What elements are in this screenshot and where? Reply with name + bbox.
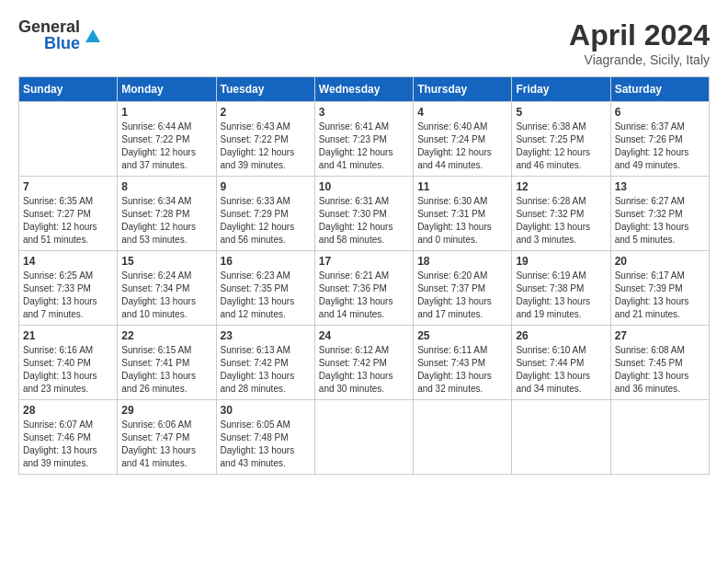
day-number: 16 bbox=[221, 255, 311, 268]
calendar-cell bbox=[314, 400, 413, 475]
day-info: Sunrise: 6:19 AM Sunset: 7:38 PM Dayligh… bbox=[516, 270, 606, 321]
calendar-cell: 7Sunrise: 6:35 AM Sunset: 7:27 PM Daylig… bbox=[19, 177, 118, 251]
day-number: 7 bbox=[23, 180, 113, 193]
day-info: Sunrise: 6:23 AM Sunset: 7:35 PM Dayligh… bbox=[221, 270, 311, 321]
col-header-sunday: Sunday bbox=[19, 77, 118, 102]
title-area: April 2024 Viagrande, Sicily, Italy bbox=[569, 18, 710, 67]
logo-general-text: General bbox=[18, 18, 80, 35]
day-number: 15 bbox=[121, 255, 211, 268]
day-number: 8 bbox=[121, 180, 211, 193]
logo-icon bbox=[84, 26, 102, 44]
day-info: Sunrise: 6:44 AM Sunset: 7:22 PM Dayligh… bbox=[121, 121, 211, 172]
day-info: Sunrise: 6:21 AM Sunset: 7:36 PM Dayligh… bbox=[319, 270, 409, 321]
day-number: 3 bbox=[319, 106, 409, 119]
day-number: 10 bbox=[319, 180, 409, 193]
calendar-cell: 23Sunrise: 6:13 AM Sunset: 7:42 PM Dayli… bbox=[216, 326, 314, 400]
day-number: 29 bbox=[121, 404, 211, 417]
day-number: 11 bbox=[417, 180, 507, 193]
calendar-cell: 9Sunrise: 6:33 AM Sunset: 7:29 PM Daylig… bbox=[216, 177, 314, 251]
calendar-cell bbox=[610, 400, 709, 475]
day-number: 19 bbox=[516, 255, 606, 268]
day-number: 6 bbox=[615, 106, 705, 119]
calendar-cell: 26Sunrise: 6:10 AM Sunset: 7:44 PM Dayli… bbox=[512, 326, 610, 400]
calendar-cell: 20Sunrise: 6:17 AM Sunset: 7:39 PM Dayli… bbox=[610, 251, 709, 326]
day-number: 21 bbox=[23, 329, 113, 342]
col-header-friday: Friday bbox=[512, 77, 610, 102]
day-info: Sunrise: 6:30 AM Sunset: 7:31 PM Dayligh… bbox=[417, 195, 507, 247]
calendar-cell: 24Sunrise: 6:12 AM Sunset: 7:42 PM Dayli… bbox=[314, 326, 413, 400]
col-header-thursday: Thursday bbox=[414, 77, 512, 102]
month-title: April 2024 bbox=[569, 18, 710, 52]
calendar-cell: 28Sunrise: 6:07 AM Sunset: 7:46 PM Dayli… bbox=[19, 400, 118, 475]
logo: General Blue bbox=[18, 18, 102, 52]
day-number: 12 bbox=[516, 180, 606, 193]
day-number: 30 bbox=[221, 404, 311, 417]
day-number: 25 bbox=[417, 329, 507, 342]
day-info: Sunrise: 6:10 AM Sunset: 7:44 PM Dayligh… bbox=[516, 344, 606, 396]
day-info: Sunrise: 6:31 AM Sunset: 7:30 PM Dayligh… bbox=[319, 195, 409, 247]
calendar-cell: 29Sunrise: 6:06 AM Sunset: 7:47 PM Dayli… bbox=[118, 400, 216, 475]
day-info: Sunrise: 6:06 AM Sunset: 7:47 PM Dayligh… bbox=[121, 419, 211, 470]
calendar-header-row: SundayMondayTuesdayWednesdayThursdayFrid… bbox=[19, 77, 710, 102]
day-info: Sunrise: 6:08 AM Sunset: 7:45 PM Dayligh… bbox=[615, 344, 705, 396]
calendar-cell: 18Sunrise: 6:20 AM Sunset: 7:37 PM Dayli… bbox=[414, 251, 512, 326]
day-number: 27 bbox=[615, 329, 705, 342]
calendar-cell: 12Sunrise: 6:28 AM Sunset: 7:32 PM Dayli… bbox=[512, 177, 610, 251]
calendar-cell bbox=[512, 400, 610, 475]
day-info: Sunrise: 6:20 AM Sunset: 7:37 PM Dayligh… bbox=[417, 270, 507, 321]
day-number: 20 bbox=[615, 255, 705, 268]
calendar-cell: 21Sunrise: 6:16 AM Sunset: 7:40 PM Dayli… bbox=[19, 326, 118, 400]
day-info: Sunrise: 6:17 AM Sunset: 7:39 PM Dayligh… bbox=[615, 270, 705, 321]
day-info: Sunrise: 6:15 AM Sunset: 7:41 PM Dayligh… bbox=[121, 344, 211, 396]
svg-marker-0 bbox=[85, 29, 100, 42]
calendar-cell: 25Sunrise: 6:11 AM Sunset: 7:43 PM Dayli… bbox=[414, 326, 512, 400]
day-info: Sunrise: 6:35 AM Sunset: 7:27 PM Dayligh… bbox=[23, 195, 113, 247]
calendar-cell: 22Sunrise: 6:15 AM Sunset: 7:41 PM Dayli… bbox=[118, 326, 216, 400]
day-number: 9 bbox=[221, 180, 311, 193]
day-number: 23 bbox=[221, 329, 311, 342]
day-number: 17 bbox=[319, 255, 409, 268]
day-info: Sunrise: 6:12 AM Sunset: 7:42 PM Dayligh… bbox=[319, 344, 409, 396]
calendar-cell: 19Sunrise: 6:19 AM Sunset: 7:38 PM Dayli… bbox=[512, 251, 610, 326]
col-header-saturday: Saturday bbox=[610, 77, 709, 102]
day-info: Sunrise: 6:34 AM Sunset: 7:28 PM Dayligh… bbox=[121, 195, 211, 247]
calendar-cell: 14Sunrise: 6:25 AM Sunset: 7:33 PM Dayli… bbox=[19, 251, 118, 326]
col-header-wednesday: Wednesday bbox=[314, 77, 413, 102]
day-info: Sunrise: 6:25 AM Sunset: 7:33 PM Dayligh… bbox=[23, 270, 113, 321]
day-info: Sunrise: 6:37 AM Sunset: 7:26 PM Dayligh… bbox=[615, 121, 705, 172]
calendar-cell: 16Sunrise: 6:23 AM Sunset: 7:35 PM Dayli… bbox=[216, 251, 314, 326]
day-info: Sunrise: 6:38 AM Sunset: 7:25 PM Dayligh… bbox=[516, 121, 606, 172]
day-number: 4 bbox=[417, 106, 507, 119]
day-info: Sunrise: 6:40 AM Sunset: 7:24 PM Dayligh… bbox=[417, 121, 507, 172]
day-number: 5 bbox=[516, 106, 606, 119]
calendar-cell: 17Sunrise: 6:21 AM Sunset: 7:36 PM Dayli… bbox=[314, 251, 413, 326]
calendar-cell: 13Sunrise: 6:27 AM Sunset: 7:32 PM Dayli… bbox=[610, 177, 709, 251]
calendar-week-row: 21Sunrise: 6:16 AM Sunset: 7:40 PM Dayli… bbox=[19, 326, 710, 400]
day-number: 28 bbox=[23, 404, 113, 417]
day-info: Sunrise: 6:13 AM Sunset: 7:42 PM Dayligh… bbox=[221, 344, 311, 396]
day-number: 13 bbox=[615, 180, 705, 193]
day-number: 26 bbox=[516, 329, 606, 342]
day-info: Sunrise: 6:16 AM Sunset: 7:40 PM Dayligh… bbox=[23, 344, 113, 396]
calendar-week-row: 1Sunrise: 6:44 AM Sunset: 7:22 PM Daylig… bbox=[19, 102, 710, 177]
day-info: Sunrise: 6:43 AM Sunset: 7:22 PM Dayligh… bbox=[221, 121, 311, 172]
calendar-cell: 1Sunrise: 6:44 AM Sunset: 7:22 PM Daylig… bbox=[118, 102, 216, 177]
calendar-cell: 3Sunrise: 6:41 AM Sunset: 7:23 PM Daylig… bbox=[314, 102, 413, 177]
day-info: Sunrise: 6:28 AM Sunset: 7:32 PM Dayligh… bbox=[516, 195, 606, 247]
calendar-cell: 8Sunrise: 6:34 AM Sunset: 7:28 PM Daylig… bbox=[118, 177, 216, 251]
day-number: 2 bbox=[221, 106, 311, 119]
calendar-cell bbox=[19, 102, 118, 177]
day-info: Sunrise: 6:11 AM Sunset: 7:43 PM Dayligh… bbox=[417, 344, 507, 396]
calendar-cell bbox=[414, 400, 512, 475]
col-header-tuesday: Tuesday bbox=[216, 77, 314, 102]
calendar-week-row: 28Sunrise: 6:07 AM Sunset: 7:46 PM Dayli… bbox=[19, 400, 710, 475]
calendar-cell: 27Sunrise: 6:08 AM Sunset: 7:45 PM Dayli… bbox=[610, 326, 709, 400]
calendar-cell: 15Sunrise: 6:24 AM Sunset: 7:34 PM Dayli… bbox=[118, 251, 216, 326]
calendar-cell: 5Sunrise: 6:38 AM Sunset: 7:25 PM Daylig… bbox=[512, 102, 610, 177]
page-header: General Blue April 2024 Viagrande, Sicil… bbox=[18, 18, 710, 67]
calendar-cell: 2Sunrise: 6:43 AM Sunset: 7:22 PM Daylig… bbox=[216, 102, 314, 177]
day-number: 1 bbox=[121, 106, 211, 119]
day-info: Sunrise: 6:07 AM Sunset: 7:46 PM Dayligh… bbox=[23, 419, 113, 470]
day-info: Sunrise: 6:33 AM Sunset: 7:29 PM Dayligh… bbox=[221, 195, 311, 247]
col-header-monday: Monday bbox=[118, 77, 216, 102]
